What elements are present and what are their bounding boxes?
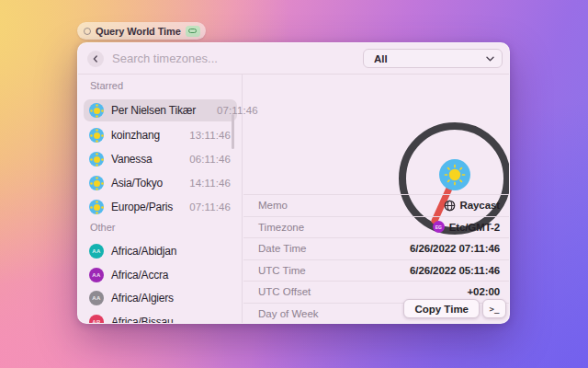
list-item-africa-algiers[interactable]: AA Africa/Algiers [84, 287, 237, 309]
timezone-list: Starred Per Nielsen Tikær 07:11:46 koinz… [78, 75, 243, 323]
list-item-vanessa[interactable]: Vanessa 06:11:46 [84, 148, 237, 170]
filter-dropdown-value: All [374, 53, 388, 64]
list-item-asia-tokyo[interactable]: Asia/Tokyo 14:11:46 [84, 172, 237, 194]
list-item-koinzhang[interactable]: koinzhang 13:11:46 [84, 124, 237, 146]
timezone-avatar: AA [89, 268, 104, 282]
launcher-pill[interactable]: Query World Time [77, 22, 206, 40]
action-bar: Copy Time >_ [403, 299, 506, 318]
search-input[interactable]: Search timezones... [112, 52, 218, 65]
item-time: 07:11:46 [217, 105, 258, 116]
clock-sun-icon [89, 128, 104, 143]
detail-row-memo: Memo Raycast [243, 194, 509, 216]
detail-row-timezone: Timezone EG Etc/GMT-2 [243, 216, 509, 238]
progress-ring-icon [84, 28, 91, 35]
back-button[interactable] [87, 51, 104, 67]
sun-core [449, 169, 460, 180]
detail-row-utc-time: UTC Time 6/26/2022 05:11:46 [243, 259, 509, 282]
chevron-left-icon [92, 55, 99, 63]
list-item-europe-paris[interactable]: Europe/Paris 07:11:46 [84, 196, 237, 218]
clock-sun-icon [89, 103, 104, 118]
globe-icon [444, 200, 456, 212]
chevron-down-icon [486, 56, 494, 62]
clock-sun-icon [89, 152, 104, 167]
item-time: 13:11:46 [189, 130, 231, 141]
timezone-badge-icon: EG [433, 221, 445, 233]
timezone-avatar: AA [89, 244, 104, 259]
raycast-window: Search timezones... All Starred Per Niel… [77, 42, 510, 324]
terminal-prompt-icon[interactable]: >_ [482, 299, 506, 318]
window-header: Search timezones... All [78, 43, 509, 75]
sidebar-scrollbar[interactable] [232, 114, 234, 149]
list-item-per-nielsen[interactable]: Per Nielsen Tikær 07:11:46 [84, 99, 237, 121]
copy-time-button[interactable]: Copy Time [403, 299, 480, 318]
extension-badge-icon [186, 26, 200, 37]
list-item-africa-accra[interactable]: AA Africa/Accra [84, 264, 237, 286]
clock-sun-icon [89, 200, 104, 214]
pill-title: Query World Time [96, 26, 181, 37]
detail-row-date-time: Date Time 6/26/2022 07:11:46 [243, 237, 509, 259]
clock-sun-icon [89, 176, 104, 190]
item-time: 06:11:46 [189, 154, 231, 165]
section-title-other: Other [90, 222, 116, 233]
filter-dropdown[interactable]: All [363, 49, 503, 68]
section-title-starred: Starred [90, 80, 123, 91]
item-time: 07:11:46 [189, 201, 231, 213]
list-item-africa-abidjan[interactable]: AA Africa/Abidjan [84, 240, 237, 262]
timezone-avatar: AB [89, 315, 104, 324]
list-item-africa-bissau[interactable]: AB Africa/Bissau [84, 311, 237, 324]
item-time: 14:11:46 [189, 178, 231, 189]
timezone-avatar: AA [89, 291, 104, 305]
